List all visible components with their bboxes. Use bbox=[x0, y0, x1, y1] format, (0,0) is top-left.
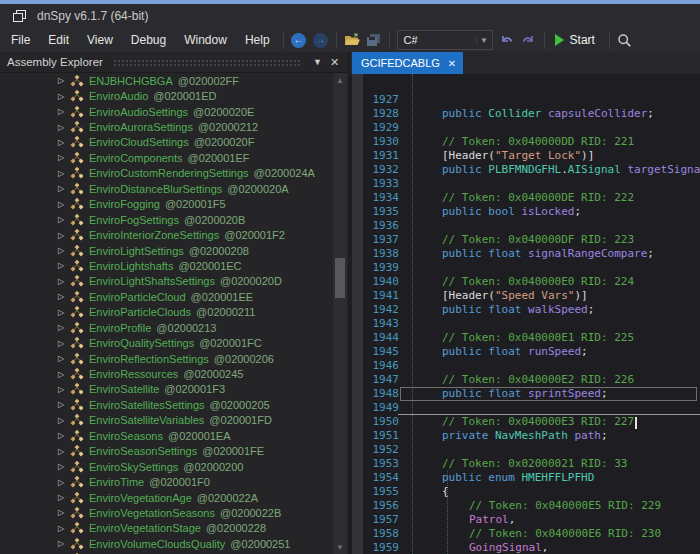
tree-item[interactable]: ▷ EnviroLightSettings @02000208 bbox=[0, 243, 334, 258]
expander-icon[interactable]: ▷ bbox=[58, 339, 70, 348]
code-line: 1959 // Token: 0x040000E7 RID: 231 bbox=[350, 527, 700, 541]
expander-icon[interactable]: ▷ bbox=[58, 385, 70, 394]
tree-item[interactable]: ▷ EnviroSeasons @020001EA bbox=[0, 428, 334, 443]
tree-item[interactable]: ▷ EnviroAudioSettings @0200020E bbox=[0, 104, 334, 119]
class-icon bbox=[70, 336, 84, 350]
expander-icon[interactable]: ▷ bbox=[58, 524, 70, 533]
expander-icon[interactable]: ▷ bbox=[58, 416, 70, 425]
tree-item[interactable]: ▷ EnviroCustomRenderingSettings @0200024… bbox=[0, 166, 334, 181]
class-icon bbox=[70, 367, 84, 381]
tree-item[interactable]: ▷ EnviroSatellitesSettings @02000205 bbox=[0, 397, 334, 412]
menu-item-debug[interactable]: Debug bbox=[122, 30, 175, 50]
tab-close-icon[interactable]: ✕ bbox=[448, 58, 456, 69]
scroll-up-icon[interactable]: ▲ bbox=[333, 73, 347, 87]
class-icon bbox=[70, 213, 84, 227]
scroll-down-icon[interactable]: ▼ bbox=[333, 540, 347, 554]
expander-icon[interactable]: ▷ bbox=[58, 431, 70, 440]
menu-item-help[interactable]: Help bbox=[236, 30, 279, 50]
tree-item-address: @020001EA bbox=[168, 430, 231, 442]
tree-item[interactable]: ▷ EnviroSatelliteVariables @020001FD bbox=[0, 413, 334, 428]
tree-item-name: EnviroAudioSettings bbox=[89, 106, 188, 118]
save-all-button[interactable] bbox=[363, 30, 385, 50]
expander-icon[interactable]: ▷ bbox=[58, 92, 70, 101]
tree-item[interactable]: ▷ EnviroReflectionSettings @02000206 bbox=[0, 351, 334, 366]
tree-item[interactable]: ▷ EnviroCloudSettings @0200020F bbox=[0, 135, 334, 150]
expander-icon[interactable]: ▷ bbox=[58, 200, 70, 209]
expander-icon[interactable]: ▷ bbox=[58, 292, 70, 301]
expander-icon[interactable]: ▷ bbox=[58, 231, 70, 240]
panel-menu-button[interactable]: ▼ bbox=[310, 57, 325, 67]
tree-item-address: @02000205 bbox=[210, 399, 270, 411]
tree-item[interactable]: ▷ EnviroVolumeCloudsQuality @02000251 bbox=[0, 536, 334, 551]
tree-item[interactable]: ▷ EnviroParticleClouds @02000211 bbox=[0, 305, 334, 320]
expander-icon[interactable]: ▷ bbox=[58, 447, 70, 456]
title-bar: dnSpy v6.1.7 (64-bit) bbox=[0, 4, 700, 28]
expander-icon[interactable]: ▷ bbox=[58, 400, 70, 409]
tree-item[interactable]: ▷ EnviroInteriorZoneSettings @020001F2 bbox=[0, 227, 334, 242]
expander-icon[interactable]: ▷ bbox=[58, 246, 70, 255]
tree-item[interactable]: ▷ EnviroAuroraSettings @02000212 bbox=[0, 119, 334, 134]
tree-item[interactable]: ▷ EnviroSeasonSettings @020001FE bbox=[0, 444, 334, 459]
tree-item[interactable]: ▷ EnviroVegetationStage @02000228 bbox=[0, 521, 334, 536]
expander-icon[interactable]: ▷ bbox=[58, 493, 70, 502]
panel-close-button[interactable]: ✕ bbox=[327, 56, 342, 69]
tree-item[interactable]: ▷ EnviroProfile @02000213 bbox=[0, 320, 334, 335]
navigate-back-button[interactable]: ← bbox=[288, 30, 310, 50]
expander-icon[interactable]: ▷ bbox=[58, 107, 70, 116]
expander-icon[interactable]: ▷ bbox=[58, 215, 70, 224]
expander-icon[interactable]: ▷ bbox=[58, 277, 70, 286]
tree-item-name: EnviroVegetationStage bbox=[89, 522, 201, 534]
tree-item[interactable]: ▷ EnviroFogSettings @0200020B bbox=[0, 212, 334, 227]
search-button[interactable] bbox=[614, 30, 636, 50]
tree-item[interactable]: ▷ EnviroParticleCloud @020001EE bbox=[0, 289, 334, 304]
expander-icon[interactable]: ▷ bbox=[58, 184, 70, 193]
start-debug-button[interactable]: Start bbox=[549, 30, 605, 50]
code-editor[interactable]: 1927 public Collider capsuleCollider; 19… bbox=[350, 74, 700, 554]
tree-item[interactable]: ▷ EnviroFogging @020001F5 bbox=[0, 197, 334, 212]
code-line: 1927 public Collider capsuleCollider; bbox=[350, 79, 700, 93]
expander-icon[interactable]: ▷ bbox=[58, 138, 70, 147]
tree-item[interactable]: ▷ EnviroTime @020001F0 bbox=[0, 474, 334, 489]
tab-gcifedcablg[interactable]: GCIFEDCABLG ✕ bbox=[352, 52, 463, 74]
language-select[interactable]: C# ▼ bbox=[397, 30, 493, 50]
menu-item-file[interactable]: File bbox=[2, 30, 39, 50]
code-line: 1960 Investigate, bbox=[350, 541, 700, 554]
expander-icon[interactable]: ▷ bbox=[58, 478, 70, 487]
expander-icon[interactable]: ▷ bbox=[58, 539, 70, 548]
tree-item[interactable]: ▷ EnviroAudio @020001ED bbox=[0, 88, 334, 103]
tree-item[interactable]: ▷ EnviroLightShaftsSettings @0200020D bbox=[0, 274, 334, 289]
tree-item[interactable]: ▷ EnviroLightshafts @020001EC bbox=[0, 258, 334, 273]
tree-item[interactable]: ▷ EnviroVegetationSeasons @0200022B bbox=[0, 505, 334, 520]
expander-icon[interactable]: ▷ bbox=[58, 261, 70, 270]
tree-item[interactable]: ▷ ENJBHCHGBGA @020002FF bbox=[0, 73, 334, 88]
tree-item[interactable]: ▷ EnviroQualitySettings @020001FC bbox=[0, 335, 334, 350]
expander-icon[interactable]: ▷ bbox=[58, 123, 70, 132]
menu-item-view[interactable]: View bbox=[78, 30, 122, 50]
expander-icon[interactable]: ▷ bbox=[58, 508, 70, 517]
assembly-tree[interactable]: ▷ ENJBHCHGBGA @020002FF ▷ EnviroAudio @0… bbox=[0, 73, 334, 554]
menu-item-edit[interactable]: Edit bbox=[39, 30, 78, 50]
expander-icon[interactable]: ▷ bbox=[58, 354, 70, 363]
expander-icon[interactable]: ▷ bbox=[58, 308, 70, 317]
tree-item[interactable]: ▷ EnviroSkySettings @02000200 bbox=[0, 459, 334, 474]
open-file-button[interactable] bbox=[341, 30, 363, 50]
tree-item-address: @0200020E bbox=[193, 106, 254, 118]
expander-icon[interactable]: ▷ bbox=[58, 153, 70, 162]
expander-icon[interactable]: ▷ bbox=[58, 76, 70, 85]
tree-item[interactable]: ▷ EnviroSatellite @020001F3 bbox=[0, 382, 334, 397]
expander-icon[interactable]: ▷ bbox=[58, 370, 70, 379]
expander-icon[interactable]: ▷ bbox=[58, 462, 70, 471]
scrollbar-thumb[interactable] bbox=[335, 258, 345, 298]
navigate-forward-button[interactable]: → bbox=[310, 30, 332, 50]
assembly-explorer-header[interactable]: Assembly Explorer ▼ ✕ bbox=[0, 52, 348, 73]
undo-button[interactable] bbox=[496, 30, 518, 50]
expander-icon[interactable]: ▷ bbox=[58, 169, 70, 178]
expander-icon[interactable]: ▷ bbox=[58, 323, 70, 332]
tree-scrollbar[interactable]: ▲ ▼ bbox=[333, 73, 347, 554]
tree-item[interactable]: ▷ EnviroRessources @02000245 bbox=[0, 366, 334, 381]
tree-item[interactable]: ▷ EnviroDistanceBlurSettings @0200020A bbox=[0, 181, 334, 196]
tree-item[interactable]: ▷ EnviroComponents @020001EF bbox=[0, 150, 334, 165]
menu-item-window[interactable]: Window bbox=[175, 30, 236, 50]
redo-button[interactable] bbox=[518, 30, 540, 50]
tree-item[interactable]: ▷ EnviroVegetationAge @0200022A bbox=[0, 490, 334, 505]
